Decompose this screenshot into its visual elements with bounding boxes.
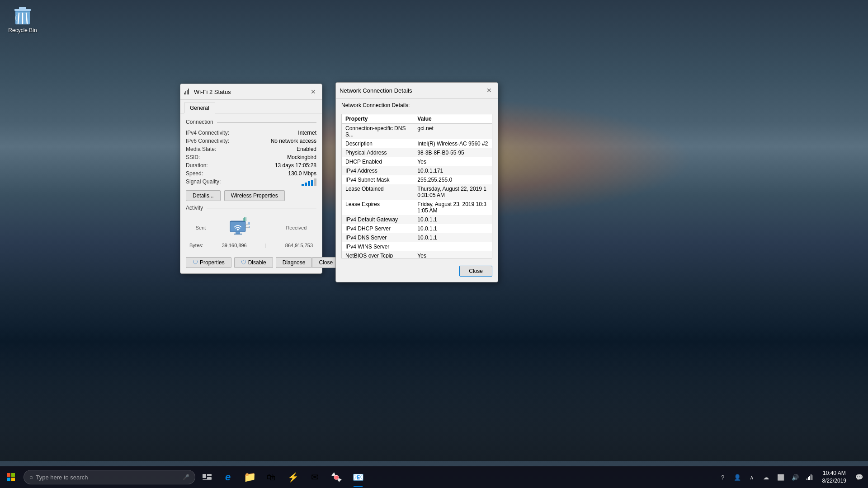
wifi-dialog-close-button[interactable]: ✕: [308, 87, 318, 97]
taskbar-app-skype[interactable]: ⚡: [282, 466, 304, 488]
value-cell: Friday, August 23, 2019 10:31:05 AM: [414, 200, 492, 215]
details-dialog-close-button[interactable]: ✕: [484, 85, 494, 95]
field-label: Signal Quality:: [186, 178, 257, 187]
property-cell: IPv4 Address: [342, 166, 414, 175]
table-row: Duration: 13 days 17:05:28: [186, 161, 316, 169]
value-cell: 10.0.1.1: [414, 224, 492, 233]
value-cell: 98-3B-8F-B0-55-95: [414, 148, 492, 157]
action-buttons: Details... Wireless Properties: [186, 190, 316, 201]
svg-rect-3: [19, 7, 26, 9]
value-cell: 255.255.255.0: [414, 175, 492, 184]
table-row: IPv4 Address 10.0.1.171: [342, 166, 492, 175]
table-row: IPv6 Connectivity: No network access: [186, 137, 316, 145]
tray-volume-icon[interactable]: 🔊: [788, 466, 802, 488]
value-cell: Thursday, August 22, 2019 10:31:05 AM: [414, 184, 492, 200]
svg-rect-23: [7, 473, 10, 477]
taskbar-app-mail[interactable]: ✉: [304, 466, 326, 488]
details-table: Property Value Connection-specific DNS S…: [342, 114, 492, 258]
details-header-text: Network Connection Details:: [341, 102, 410, 108]
property-cell: IPv4 DHCP Server: [342, 224, 414, 233]
wireless-properties-button[interactable]: Wireless Properties: [224, 190, 285, 201]
activity-section-header: Activity: [186, 205, 316, 211]
table-row: IPv4 Connectivity: Internet: [186, 129, 316, 137]
details-table-container[interactable]: Property Value Connection-specific DNS S…: [341, 114, 492, 258]
notification-button[interactable]: 💬: [852, 466, 866, 488]
col-property-header: Property: [342, 114, 414, 124]
wifi-dialog-icon: [184, 88, 191, 96]
svg-point-15: [237, 229, 239, 230]
recycle-bin-icon[interactable]: Recycle Bin: [5, 2, 41, 36]
svg-rect-7: [184, 93, 185, 94]
value-cell: gci.net: [414, 124, 492, 140]
disable-btn-label: Disable: [248, 259, 266, 266]
taskbar: ○ Type here to search 🎤 e 📁 🛍 ⚡ ✉ 🍬 📧: [0, 466, 868, 488]
signal-bars: [302, 178, 316, 186]
wifi-bottom-buttons: 🛡 Properties 🛡 Disable Diagnose Close: [180, 253, 322, 273]
property-cell: Lease Obtained: [342, 184, 414, 200]
tray-chevron-icon[interactable]: ∧: [745, 466, 759, 488]
property-cell: Lease Expires: [342, 200, 414, 215]
recycle-bin-graphic: [12, 5, 33, 26]
desktop: Recycle Bin Wi-Fi 2 Status ✕ General Con…: [0, 0, 868, 488]
taskbar-app-mail2[interactable]: 📧: [347, 466, 369, 488]
tray-network-icon[interactable]: [802, 466, 817, 488]
wifi-status-dialog: Wi-Fi 2 Status ✕ General Connection IPv4…: [180, 84, 322, 274]
tray-display-icon[interactable]: ⬜: [774, 466, 788, 488]
taskbar-date: 8/22/2019: [822, 477, 846, 485]
svg-rect-30: [203, 479, 212, 480]
signal-bar-4: [311, 180, 313, 186]
svg-rect-8: [185, 91, 186, 94]
start-button[interactable]: [0, 466, 22, 488]
wifi-dialog-tabs: General: [180, 100, 322, 113]
svg-rect-26: [11, 478, 15, 481]
property-cell: IPv4 Subnet Mask: [342, 175, 414, 184]
bytes-label: Bytes:: [189, 243, 203, 248]
disable-button[interactable]: 🛡 Disable: [234, 257, 273, 268]
signal-bar-3: [308, 181, 310, 186]
properties-button[interactable]: 🛡 Properties: [186, 257, 231, 268]
value-cell: Intel(R) Wireless-AC 9560 #2: [414, 139, 492, 148]
search-icon: ○: [29, 474, 33, 481]
field-label: Speed:: [186, 169, 257, 178]
table-row: IPv4 Default Gateway 10.0.1.1: [342, 215, 492, 224]
system-tray: ? 👤 ∧ ☁ ⬜ 🔊 10:40 AM 8/22/2019 💬: [716, 466, 868, 488]
details-header-label: Network Connection Details:: [336, 99, 498, 110]
connection-section-title: Connection: [186, 119, 213, 125]
svg-rect-10: [188, 89, 189, 94]
taskbar-clock[interactable]: 10:40 AM 8/22/2019: [817, 466, 852, 488]
details-button[interactable]: Details...: [186, 190, 221, 201]
activity-section-line: [207, 208, 316, 208]
search-placeholder: Type here to search: [36, 474, 88, 481]
tray-cloud-icon[interactable]: ☁: [759, 466, 774, 488]
table-row: Description Intel(R) Wireless-AC 9560 #2: [342, 139, 492, 148]
details-close-button[interactable]: Close: [459, 266, 492, 277]
tray-help-icon[interactable]: ?: [716, 466, 730, 488]
field-value: 130.0 Mbps: [257, 169, 316, 178]
taskbar-app-explorer[interactable]: 📁: [239, 466, 260, 488]
field-value: 13 days 17:05:28: [257, 161, 316, 169]
taskbar-app-edge[interactable]: e: [217, 466, 239, 488]
sent-label: Sent: [196, 225, 206, 230]
svg-rect-21: [244, 217, 245, 221]
table-row: Signal Quality:: [186, 178, 316, 187]
search-bar[interactable]: ○ Type here to search 🎤: [24, 470, 195, 484]
task-view-button[interactable]: [197, 466, 217, 488]
table-row: IPv4 DHCP Server 10.0.1.1: [342, 224, 492, 233]
svg-rect-19: [249, 226, 250, 228]
table-row: Lease Expires Friday, August 23, 2019 10…: [342, 200, 492, 215]
taskbar-app-store[interactable]: 🛍: [260, 466, 282, 488]
disable-shield-icon: 🛡: [241, 259, 246, 266]
taskbar-time: 10:40 AM: [823, 469, 846, 477]
diagnose-button[interactable]: Diagnose: [276, 257, 312, 268]
properties-btn-label: Properties: [200, 259, 225, 266]
value-cell: 10.0.1.1: [414, 215, 492, 224]
svg-rect-28: [207, 474, 212, 476]
col-value-header: Value: [414, 114, 492, 124]
taskbar-app-candy[interactable]: 🍬: [326, 466, 347, 488]
received-text: Received: [286, 225, 307, 230]
tray-people-icon[interactable]: 👤: [730, 466, 745, 488]
field-value: Internet: [257, 129, 316, 137]
svg-rect-31: [807, 479, 807, 480]
tab-general[interactable]: General: [184, 103, 215, 113]
table-row: Speed: 130.0 Mbps: [186, 169, 316, 178]
